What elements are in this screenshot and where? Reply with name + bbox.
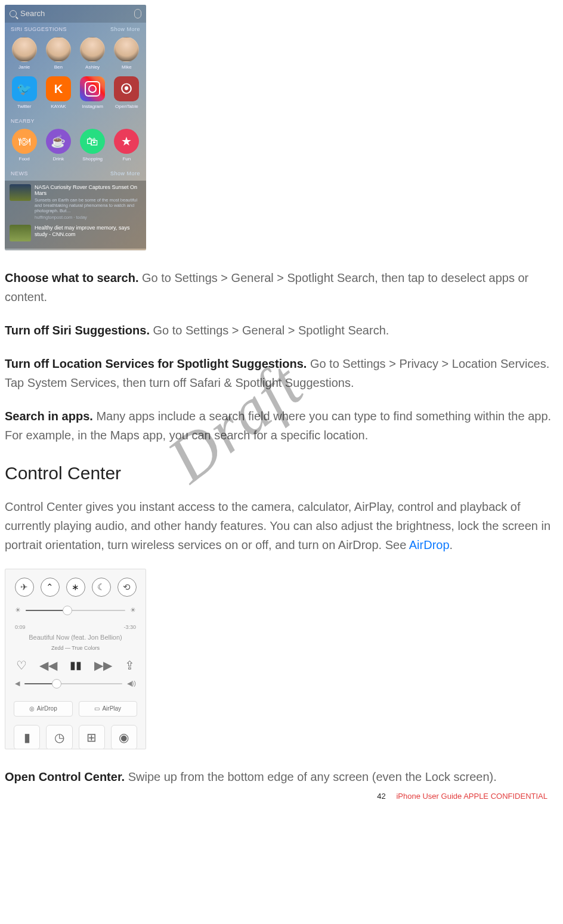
nearby-row: 🍽Food ☕Drink 🛍Shopping ★Fun xyxy=(5,128,146,167)
paragraph-turn-off-location: Turn off Location Services for Spotlight… xyxy=(5,354,558,392)
airdrop-button: ◎AirDrop xyxy=(14,701,73,717)
news-subtitle: Sunsets on Earth can be some of the most… xyxy=(35,197,141,213)
flashlight-icon: ▮ xyxy=(14,725,40,749)
control-center-screenshot: ✈ ⌃ ∗ ☾ ⟲ ☀ ☀ 0:09 -3:30 Beautiful Now (… xyxy=(5,569,146,749)
para-text: Go to Settings > General > Spotlight Sea… xyxy=(150,324,389,337)
app-name: Twitter xyxy=(17,103,32,111)
nearby-item: ☕Drink xyxy=(46,129,71,163)
shopping-icon: 🛍 xyxy=(80,129,105,154)
time-elapsed: 0:09 xyxy=(15,623,26,631)
contact-name: Mike xyxy=(122,64,132,72)
kayak-icon: K xyxy=(46,76,71,101)
playback-controls: ♡ ◀◀ ▮▮ ▶▶ ⇪ xyxy=(15,656,136,675)
section-header-nearby: NEARBY xyxy=(5,114,146,128)
spotlight-screenshot: Search SIRI SUGGESTIONS Show More Janie … xyxy=(5,5,146,250)
airplay-button: ▭AirPlay xyxy=(79,701,138,717)
para-bold: Turn off Siri Suggestions. xyxy=(5,324,150,337)
brightness-low-icon: ☀ xyxy=(15,605,21,616)
apps-row: 🐦Twitter KKAYAK Instagram ⦿OpenTable xyxy=(5,75,146,114)
news-thumbnail xyxy=(10,184,31,201)
timer-icon: ◷ xyxy=(46,725,72,749)
airplay-label: AirPlay xyxy=(102,704,121,714)
airplane-mode-icon: ✈ xyxy=(15,578,34,597)
food-icon: 🍽 xyxy=(12,129,37,154)
airdrop-label: AirDrop xyxy=(37,704,57,714)
rotation-lock-icon: ⟲ xyxy=(117,578,137,597)
paragraph-open-control-center: Open Control Center. Swipe up from the b… xyxy=(5,767,558,786)
news-source: huffingtonpost.com · today xyxy=(35,214,141,221)
app-name: KAYAK xyxy=(51,103,66,111)
pause-icon: ▮▮ xyxy=(70,657,82,674)
music-controls: 0:09 -3:30 Beautiful Now (feat. Jon Bell… xyxy=(5,619,146,696)
page-footer: 42 iPhone User Guide APPLE CONFIDENTIAL xyxy=(377,790,547,803)
section-header-news: NEWS Show More xyxy=(5,167,146,180)
nearby-label: Drink xyxy=(53,156,64,163)
time-remaining: -3:30 xyxy=(123,623,136,631)
search-placeholder: Search xyxy=(20,8,131,20)
para-text: Swipe up from the bottom edge of any scr… xyxy=(125,770,497,783)
calculator-icon: ⊞ xyxy=(79,725,105,749)
contact-name: Janie xyxy=(18,64,30,72)
album-title: Zedd — True Colors xyxy=(15,644,136,652)
contact-name: Ben xyxy=(54,64,63,72)
para-bold: Choose what to search. xyxy=(5,271,139,284)
app-name: Instagram xyxy=(82,103,103,111)
airplay-icon: ▭ xyxy=(94,704,100,714)
camera-icon: ◉ xyxy=(111,725,137,749)
share-icon: ⇪ xyxy=(125,656,135,675)
paragraph-control-center-intro: Control Center gives you instant access … xyxy=(5,497,558,554)
instagram-icon xyxy=(80,76,105,101)
volume-low-icon: ◀ xyxy=(15,678,20,689)
people-row: Janie Ben Ashley Mike xyxy=(5,36,146,75)
show-more: Show More xyxy=(110,169,140,178)
airdrop-link[interactable]: AirDrop xyxy=(409,538,450,551)
section-header-siri: SIRI SUGGESTIONS Show More xyxy=(5,23,146,36)
drink-icon: ☕ xyxy=(46,129,71,154)
section-label: NEWS xyxy=(11,169,28,178)
bluetooth-icon: ∗ xyxy=(66,578,85,597)
slider-track xyxy=(26,610,125,611)
app-suggestion: KKAYAK xyxy=(46,76,71,111)
para-bold: Search in apps. xyxy=(5,410,93,423)
section-label: SIRI SUGGESTIONS xyxy=(11,25,67,33)
nearby-label: Food xyxy=(19,156,30,163)
paragraph-turn-off-siri: Turn off Siri Suggestions. Go to Setting… xyxy=(5,321,558,340)
opentable-icon: ⦿ xyxy=(114,76,139,101)
airdrop-airplay-row: ◎AirDrop ▭AirPlay xyxy=(5,696,146,721)
contact-suggestion: Ashley xyxy=(80,37,105,72)
brightness-slider: ☀ ☀ xyxy=(5,601,146,619)
contact-name: Ashley xyxy=(85,64,100,72)
contact-suggestion: Mike xyxy=(114,37,139,72)
toggles-row: ✈ ⌃ ∗ ☾ ⟲ xyxy=(5,569,146,601)
nearby-item: ★Fun xyxy=(114,129,139,163)
search-bar: Search xyxy=(5,5,146,23)
nearby-item: 🍽Food xyxy=(12,129,37,163)
news-title: NASA Curiosity Rover Captures Sunset On … xyxy=(35,184,141,197)
news-item: NASA Curiosity Rover Captures Sunset On … xyxy=(10,184,141,222)
slider-knob xyxy=(63,606,72,615)
app-suggestion: Instagram xyxy=(80,76,105,111)
nearby-label: Fun xyxy=(122,156,131,163)
news-list: NASA Curiosity Rover Captures Sunset On … xyxy=(5,181,146,249)
shortcuts-row: ▮ ◷ ⊞ ◉ xyxy=(5,721,146,749)
wifi-icon: ⌃ xyxy=(41,578,60,597)
avatar xyxy=(114,37,139,62)
do-not-disturb-icon: ☾ xyxy=(92,578,111,597)
paragraph-choose-what-to-search: Choose what to search. Go to Settings > … xyxy=(5,268,558,306)
airdrop-icon: ◎ xyxy=(29,704,35,714)
previous-icon: ◀◀ xyxy=(39,656,57,675)
news-title: Healthy diet may improve memory, says st… xyxy=(35,225,141,238)
footer-text: iPhone User Guide APPLE CONFIDENTIAL xyxy=(396,792,547,801)
para-text: . xyxy=(450,538,453,551)
slider-knob xyxy=(52,679,61,689)
app-name: OpenTable xyxy=(115,103,138,111)
favorite-icon: ♡ xyxy=(16,656,27,675)
nearby-label: Shopping xyxy=(82,156,103,163)
news-thumbnail xyxy=(10,225,31,241)
section-label: NEARBY xyxy=(11,117,35,125)
page-number: 42 xyxy=(377,792,385,801)
nearby-item: 🛍Shopping xyxy=(80,129,105,163)
para-text: Control Center gives you instant access … xyxy=(5,500,550,551)
volume-high-icon: ◀)) xyxy=(127,678,136,689)
avatar xyxy=(80,37,105,62)
